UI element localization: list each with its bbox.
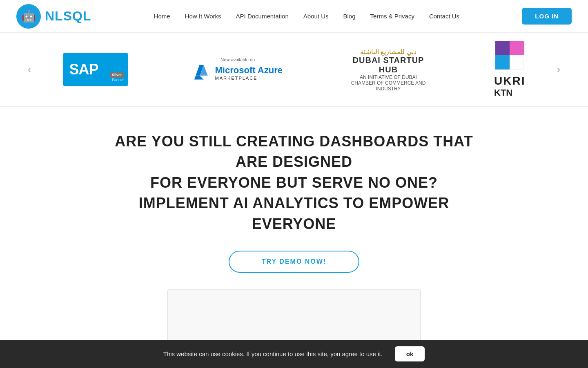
ukri-sq1	[495, 41, 510, 55]
logo-icon: 🤖	[16, 4, 41, 29]
azure-text-block: Microsoft Azure MARKETPLACE	[215, 65, 283, 81]
azure-triangle-icon	[193, 64, 211, 82]
ukri-sq4	[510, 55, 524, 70]
ukri-label: UKRI	[494, 74, 525, 88]
hero-heading-line3: IMPLEMENT AI ANALYTICS TO EMPOWER EVERYO…	[139, 195, 449, 232]
try-demo-button[interactable]: TRY DEMO NOW!	[229, 251, 359, 273]
partner-next-arrow[interactable]: ›	[554, 61, 564, 79]
ukri-partner: UKRI KTN	[494, 41, 525, 98]
partner-prev-arrow[interactable]: ‹	[24, 61, 34, 79]
sap-text: SAP	[69, 61, 98, 78]
cookie-ok-button[interactable]: ok	[395, 346, 425, 361]
azure-available-text: Now available on	[220, 57, 255, 62]
nav-links: Home How It Works API Documentation Abou…	[154, 13, 459, 20]
nav-terms-privacy[interactable]: Terms & Privacy	[370, 13, 414, 20]
nav-contact-us[interactable]: Contact Us	[429, 13, 459, 20]
ukri-text-block: UKRI KTN	[494, 74, 525, 98]
partner-strip: ‹ SAP Silver Partner Now available on	[0, 33, 588, 107]
azure-logo-row: Microsoft Azure MARKETPLACE	[193, 64, 283, 82]
nav-how-it-works[interactable]: How It Works	[185, 13, 221, 20]
login-button[interactable]: LOG IN	[522, 8, 572, 25]
navbar: 🤖 NLSQL Home How It Works API Documentat…	[0, 0, 588, 33]
azure-microsoft-text: Microsoft Azure	[215, 65, 283, 76]
ukri-sq3	[495, 55, 510, 70]
ukri-sq2	[510, 41, 524, 55]
sap-logo: SAP Silver Partner	[63, 53, 128, 86]
nav-blog[interactable]: Blog	[343, 13, 356, 20]
sap-silver-badge: Silver	[110, 72, 124, 78]
hero-heading: ARE YOU STILL CREATING DASHBOARDS THAT A…	[110, 131, 478, 234]
hero-section: ARE YOU STILL CREATING DASHBOARDS THAT A…	[0, 107, 588, 368]
sap-partner: SAP Silver Partner	[63, 53, 128, 86]
ukri-ktn: KTN	[494, 88, 525, 98]
dubai-arabic-text: دبي للمشاريع الناشئة	[360, 48, 416, 56]
ukri-logo-squares	[495, 41, 524, 70]
dubai-partner: دبي للمشاريع الناشئة DUBAI STARTUP HUB A…	[347, 48, 429, 92]
azure-marketplace-text: MARKETPLACE	[215, 76, 283, 81]
hero-heading-line1: ARE YOU STILL CREATING DASHBOARDS THAT A…	[115, 133, 473, 170]
cookie-banner: This website can use cookies. If you con…	[0, 340, 588, 368]
logo-link[interactable]: 🤖 NLSQL	[16, 4, 91, 29]
cookie-message: This website can use cookies. If you con…	[163, 350, 383, 357]
nav-about-us[interactable]: About Us	[303, 13, 329, 20]
nav-api-docs[interactable]: API Documentation	[236, 13, 289, 20]
hero-heading-line2: FOR EVERYONE BUT SERVE NO ONE?	[150, 174, 438, 191]
nav-home[interactable]: Home	[154, 13, 170, 20]
logo-text: NLSQL	[45, 9, 91, 24]
dubai-hub-text: AN INITIATIVE OF DUBAI CHAMBER OF COMMER…	[347, 74, 429, 92]
azure-partner: Now available on Microsoft Azure MARKETP…	[193, 57, 283, 82]
dubai-startup-text: DUBAI STARTUP HUB	[347, 56, 429, 74]
sap-partner-label: Partner	[112, 78, 124, 82]
partners-row: SAP Silver Partner Now available on Micr…	[34, 41, 554, 98]
